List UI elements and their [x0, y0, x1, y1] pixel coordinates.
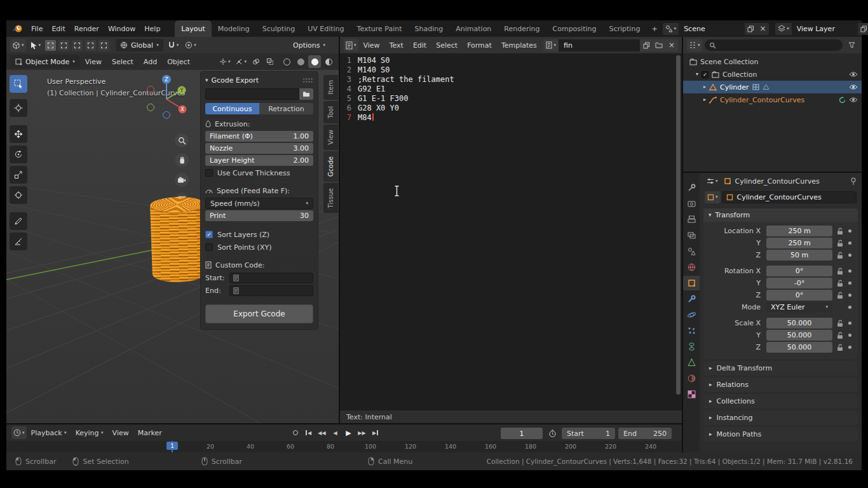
disclosure-expanded-icon[interactable]: ▾ [696, 72, 698, 77]
editor-type-button[interactable]: ▾ [11, 426, 27, 439]
workspace-tab-compositing[interactable]: Compositing [546, 20, 603, 37]
sort-points-checkbox[interactable]: ✓ Sort Points (XY) [205, 241, 313, 253]
tab-physics[interactable] [683, 308, 700, 322]
file-browse-button[interactable] [299, 88, 313, 100]
cylinder-object[interactable] [150, 196, 208, 283]
add-view-layer-button[interactable] [858, 23, 868, 35]
viewport-menu-view[interactable]: View [81, 53, 106, 70]
snap-toggle-button[interactable]: ▾ [166, 39, 181, 51]
sidebar-tab-item[interactable]: Item [323, 75, 338, 100]
panel-header[interactable]: ▾ Gcode Export [205, 74, 313, 87]
auto-keying-button[interactable] [546, 427, 559, 440]
scale-x-field[interactable]: 50.000 [766, 318, 832, 329]
lock-open-icon[interactable] [837, 280, 843, 287]
timeline-menu-marker[interactable]: Marker [133, 424, 166, 441]
scale-tool-button[interactable] [10, 166, 27, 184]
shading-rendered-button[interactable] [322, 55, 335, 68]
tab-scene[interactable] [683, 244, 700, 259]
animate-dot[interactable] [847, 334, 853, 337]
workspace-tab-sculpting[interactable]: Sculpting [256, 20, 301, 37]
select-mode-invert-button[interactable] [85, 40, 96, 51]
text-menu-text[interactable]: Text [385, 37, 408, 53]
tab-material[interactable] [683, 371, 700, 386]
overlays-button[interactable] [250, 55, 262, 68]
scale-y-field[interactable]: 50.000 [766, 330, 832, 341]
text-menu-select[interactable]: Select [431, 37, 462, 53]
tab-render[interactable] [683, 196, 700, 211]
location-z-field[interactable]: 50 m [766, 250, 832, 261]
workspace-tab-animation[interactable]: Animation [449, 20, 498, 37]
tab-constraints[interactable] [683, 339, 700, 354]
panel-relations[interactable]: ▸Relations [703, 377, 858, 392]
tab-retraction[interactable]: Retraction [259, 103, 313, 114]
jump-to-start-button[interactable]: ◀ [302, 427, 315, 438]
panel-motion-paths[interactable]: ▸Motion Paths [703, 427, 858, 442]
zoom-button[interactable] [175, 133, 189, 147]
animate-dot[interactable] [847, 294, 853, 297]
tab-object-data[interactable] [683, 355, 700, 370]
view-layer-browse-button[interactable]: ▾ [775, 23, 792, 35]
unlink-scene-button[interactable]: × [757, 23, 769, 35]
lock-open-icon[interactable] [837, 320, 843, 327]
rotation-y-field[interactable]: -0° [766, 278, 832, 288]
start-code-input[interactable] [229, 273, 313, 283]
workspace-tab-layout[interactable]: Layout [175, 20, 211, 37]
camera-view-button[interactable] [175, 173, 189, 187]
eye-icon[interactable] [849, 97, 858, 103]
outliner-row-contour-curves[interactable]: ▸ Cylinder_ContourCurves [683, 93, 862, 106]
end-code-input[interactable] [229, 285, 313, 296]
select-mode-new-button[interactable] [45, 40, 56, 51]
text-browse-button[interactable]: ▾ [543, 39, 559, 51]
rotate-tool-button[interactable] [10, 146, 27, 163]
view-layer-name-field[interactable]: View Layer [792, 23, 858, 35]
gizmos-button[interactable]: ▾ [233, 55, 248, 68]
timeline-menu-playback[interactable]: Playback ▾ [27, 424, 71, 441]
location-y-field[interactable]: 250 m [766, 238, 832, 248]
speed-unit-dropdown[interactable]: Speed (mm/s) ▾ [205, 198, 313, 209]
disclosure-collapsed-icon[interactable]: ▸ [703, 97, 706, 102]
panel-instancing[interactable]: ▸Instancing [703, 410, 858, 425]
transform-pivot-button[interactable]: ▾ [217, 55, 233, 68]
animate-dot[interactable] [847, 281, 853, 285]
active-tool-button[interactable]: ▾ [29, 39, 43, 51]
start-frame-field[interactable]: Start 1 [562, 428, 615, 439]
sidebar-tab-gcode[interactable]: Gcode [323, 151, 338, 182]
drag-grip-icon[interactable] [302, 78, 313, 83]
new-scene-button[interactable] [745, 23, 757, 35]
eye-icon[interactable] [849, 71, 858, 78]
options-dropdown[interactable]: Options ▾ [288, 39, 330, 51]
pan-button[interactable] [175, 153, 189, 167]
play-button[interactable]: ▶ [342, 427, 355, 438]
jump-to-end-button[interactable]: ▶ [369, 427, 381, 438]
rotation-x-field[interactable]: 0° [766, 266, 832, 276]
outliner-row-cylinder[interactable]: ▸ Cylinder [683, 81, 862, 93]
use-curve-thickness-checkbox[interactable]: ✓ Use Curve Thickness [205, 167, 313, 179]
select-mode-extend-button[interactable] [58, 40, 69, 51]
transform-tool-button[interactable] [10, 186, 27, 204]
code-area[interactable]: 1M104 S0 2M140 S0 3;Retract the filament… [340, 53, 682, 410]
tab-texture[interactable] [683, 387, 700, 402]
shading-wireframe-button[interactable] [280, 55, 293, 68]
panel-collections[interactable]: ▸Collections [703, 394, 858, 409]
scale-z-field[interactable]: 50.000 [766, 342, 832, 353]
select-mode-subtract-button[interactable] [72, 40, 83, 51]
tab-modifiers[interactable] [683, 292, 700, 306]
workspace-tab-scripting[interactable]: Scripting [602, 20, 646, 37]
workspace-tab-uv-editing[interactable]: UV Editing [301, 20, 350, 37]
location-x-field[interactable]: 250 m [766, 226, 832, 236]
animate-dot[interactable] [847, 241, 853, 245]
record-button[interactable] [289, 427, 301, 438]
mode-dropdown[interactable]: Object Mode ▾ [10, 55, 79, 68]
prev-keyframe-button[interactable]: ◀◀ [316, 427, 328, 438]
add-workspace-button[interactable]: + [646, 25, 662, 33]
panel-delta-transform[interactable]: ▸Delta Transform [703, 361, 858, 376]
lock-open-icon[interactable] [837, 240, 843, 247]
sidebar-tab-tissue[interactable]: Tissue [323, 183, 338, 214]
layer-height-slider[interactable]: Layer Height 2.00 [205, 155, 313, 166]
animate-dot[interactable] [847, 269, 853, 273]
timeline-menu-keying[interactable]: Keying ▾ [71, 424, 108, 441]
scene-browse-button[interactable]: ▾ [663, 23, 679, 35]
menu-edit[interactable]: Edit [47, 20, 69, 37]
unlink-text-button[interactable]: × [665, 39, 678, 51]
next-keyframe-button[interactable]: ▶▶ [356, 427, 368, 438]
